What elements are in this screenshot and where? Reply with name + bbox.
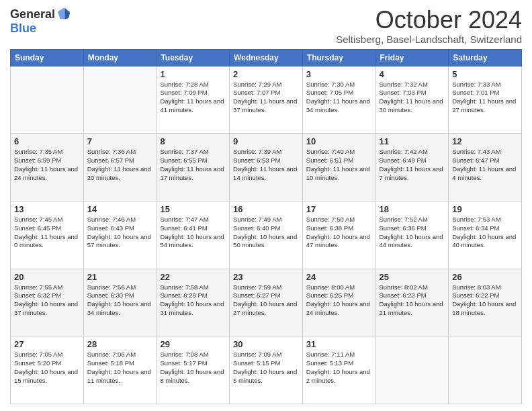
cell-day-number: 3 (306, 69, 372, 79)
cell-day-number: 24 (306, 272, 372, 282)
cell-sun-info: Sunrise: 7:05 AM Sunset: 5:20 PM Dayligh… (14, 351, 80, 385)
cell-day-number: 26 (452, 272, 518, 282)
cell-sun-info: Sunrise: 7:11 AM Sunset: 5:13 PM Dayligh… (306, 351, 372, 385)
calendar-cell: 5Sunrise: 7:33 AM Sunset: 7:01 PM Daylig… (449, 66, 522, 134)
cell-sun-info: Sunrise: 7:53 AM Sunset: 6:34 PM Dayligh… (452, 216, 518, 250)
cell-sun-info: Sunrise: 7:35 AM Sunset: 6:59 PM Dayligh… (14, 148, 80, 182)
calendar-cell (11, 66, 84, 134)
calendar-cell: 10Sunrise: 7:40 AM Sunset: 6:51 PM Dayli… (302, 134, 375, 201)
calendar-cell: 25Sunrise: 8:02 AM Sunset: 6:23 PM Dayli… (375, 269, 449, 336)
cell-sun-info: Sunrise: 7:32 AM Sunset: 7:03 PM Dayligh… (380, 81, 445, 115)
cell-sun-info: Sunrise: 7:30 AM Sunset: 7:05 PM Dayligh… (306, 81, 372, 115)
cell-sun-info: Sunrise: 8:00 AM Sunset: 6:25 PM Dayligh… (306, 283, 372, 318)
calendar-cell: 17Sunrise: 7:50 AM Sunset: 6:38 PM Dayli… (302, 201, 375, 269)
calendar-cell (375, 336, 449, 404)
week-row-2: 6Sunrise: 7:35 AM Sunset: 6:59 PM Daylig… (11, 134, 522, 201)
calendar-cell: 24Sunrise: 8:00 AM Sunset: 6:25 PM Dayli… (302, 269, 375, 336)
cell-day-number: 7 (87, 136, 153, 146)
cell-day-number: 11 (380, 136, 445, 146)
cell-day-number: 1 (160, 69, 226, 79)
cell-sun-info: Sunrise: 7:52 AM Sunset: 6:36 PM Dayligh… (380, 216, 445, 250)
calendar-cell: 13Sunrise: 7:45 AM Sunset: 6:45 PM Dayli… (11, 201, 84, 269)
cell-sun-info: Sunrise: 7:56 AM Sunset: 6:30 PM Dayligh… (87, 283, 153, 318)
cell-sun-info: Sunrise: 7:36 AM Sunset: 6:57 PM Dayligh… (87, 148, 153, 182)
month-title: October 2024 (336, 7, 522, 34)
cell-sun-info: Sunrise: 7:55 AM Sunset: 6:32 PM Dayligh… (14, 283, 80, 318)
cell-day-number: 10 (306, 136, 372, 146)
cell-day-number: 13 (14, 204, 80, 214)
calendar-cell: 11Sunrise: 7:42 AM Sunset: 6:49 PM Dayli… (375, 134, 449, 201)
cell-sun-info: Sunrise: 7:47 AM Sunset: 6:41 PM Dayligh… (160, 216, 226, 250)
cell-day-number: 30 (233, 339, 299, 349)
calendar-cell: 16Sunrise: 7:49 AM Sunset: 6:40 PM Dayli… (230, 201, 303, 269)
col-tuesday: Tuesday (157, 49, 230, 66)
calendar-cell (449, 336, 522, 404)
col-thursday: Thursday (302, 49, 375, 66)
calendar-cell: 4Sunrise: 7:32 AM Sunset: 7:03 PM Daylig… (375, 66, 449, 134)
cell-sun-info: Sunrise: 7:43 AM Sunset: 6:47 PM Dayligh… (452, 148, 518, 182)
cell-sun-info: Sunrise: 7:09 AM Sunset: 5:15 PM Dayligh… (233, 351, 299, 385)
calendar-cell: 21Sunrise: 7:56 AM Sunset: 6:30 PM Dayli… (83, 269, 157, 336)
calendar-cell: 19Sunrise: 7:53 AM Sunset: 6:34 PM Dayli… (449, 201, 522, 269)
cell-day-number: 14 (87, 204, 153, 214)
calendar-cell: 9Sunrise: 7:39 AM Sunset: 6:53 PM Daylig… (230, 134, 303, 201)
cell-day-number: 6 (14, 136, 80, 146)
col-monday: Monday (83, 49, 157, 66)
calendar-cell: 27Sunrise: 7:05 AM Sunset: 5:20 PM Dayli… (11, 336, 84, 404)
logo-blue-text: Blue (10, 21, 36, 36)
cell-day-number: 23 (233, 272, 299, 282)
logo: General Blue (10, 7, 71, 36)
cell-sun-info: Sunrise: 7:46 AM Sunset: 6:43 PM Dayligh… (87, 216, 153, 250)
cell-day-number: 28 (87, 339, 153, 349)
cell-day-number: 21 (87, 272, 153, 282)
calendar-table: Sunday Monday Tuesday Wednesday Thursday… (10, 49, 522, 404)
cell-sun-info: Sunrise: 7:45 AM Sunset: 6:45 PM Dayligh… (14, 216, 80, 250)
calendar-cell: 30Sunrise: 7:09 AM Sunset: 5:15 PM Dayli… (230, 336, 303, 404)
cell-day-number: 19 (452, 204, 518, 214)
cell-sun-info: Sunrise: 7:29 AM Sunset: 7:07 PM Dayligh… (233, 81, 299, 115)
cell-day-number: 25 (380, 272, 445, 282)
logo-general-text: General (10, 7, 55, 21)
calendar-cell: 26Sunrise: 8:03 AM Sunset: 6:22 PM Dayli… (449, 269, 522, 336)
cell-sun-info: Sunrise: 8:02 AM Sunset: 6:23 PM Dayligh… (380, 283, 445, 318)
calendar-cell: 15Sunrise: 7:47 AM Sunset: 6:41 PM Dayli… (157, 201, 230, 269)
calendar-cell: 23Sunrise: 7:59 AM Sunset: 6:27 PM Dayli… (230, 269, 303, 336)
cell-day-number: 8 (160, 136, 226, 146)
cell-day-number: 29 (160, 339, 226, 349)
calendar-cell: 28Sunrise: 7:06 AM Sunset: 5:18 PM Dayli… (83, 336, 157, 404)
calendar-cell (83, 66, 157, 134)
calendar-cell: 14Sunrise: 7:46 AM Sunset: 6:43 PM Dayli… (83, 201, 157, 269)
calendar-cell: 1Sunrise: 7:28 AM Sunset: 7:09 PM Daylig… (157, 66, 230, 134)
location-subtitle: Seltisberg, Basel-Landschaft, Switzerlan… (336, 34, 522, 45)
calendar-cell: 22Sunrise: 7:58 AM Sunset: 6:29 PM Dayli… (157, 269, 230, 336)
cell-sun-info: Sunrise: 7:59 AM Sunset: 6:27 PM Dayligh… (233, 283, 299, 318)
calendar-cell: 31Sunrise: 7:11 AM Sunset: 5:13 PM Dayli… (302, 336, 375, 404)
col-saturday: Saturday (449, 49, 522, 66)
cell-day-number: 4 (380, 69, 445, 79)
cell-sun-info: Sunrise: 8:03 AM Sunset: 6:22 PM Dayligh… (452, 283, 518, 318)
cell-day-number: 9 (233, 136, 299, 146)
calendar-cell: 7Sunrise: 7:36 AM Sunset: 6:57 PM Daylig… (83, 134, 157, 201)
week-row-1: 1Sunrise: 7:28 AM Sunset: 7:09 PM Daylig… (11, 66, 522, 134)
title-section: October 2024 Seltisberg, Basel-Landschaf… (336, 7, 522, 45)
calendar-cell: 6Sunrise: 7:35 AM Sunset: 6:59 PM Daylig… (11, 134, 84, 201)
cell-sun-info: Sunrise: 7:42 AM Sunset: 6:49 PM Dayligh… (380, 148, 445, 182)
cell-day-number: 17 (306, 204, 372, 214)
cell-sun-info: Sunrise: 7:40 AM Sunset: 6:51 PM Dayligh… (306, 148, 372, 182)
page: General Blue October 2024 Seltisberg, Ba… (0, 0, 532, 411)
cell-sun-info: Sunrise: 7:33 AM Sunset: 7:01 PM Dayligh… (452, 81, 518, 115)
cell-day-number: 27 (14, 339, 80, 349)
calendar-cell: 20Sunrise: 7:55 AM Sunset: 6:32 PM Dayli… (11, 269, 84, 336)
col-wednesday: Wednesday (230, 49, 303, 66)
cell-sun-info: Sunrise: 7:28 AM Sunset: 7:09 PM Dayligh… (160, 81, 226, 115)
cell-sun-info: Sunrise: 7:37 AM Sunset: 6:55 PM Dayligh… (160, 148, 226, 182)
cell-sun-info: Sunrise: 7:49 AM Sunset: 6:40 PM Dayligh… (233, 216, 299, 250)
cell-day-number: 2 (233, 69, 299, 79)
cell-day-number: 16 (233, 204, 299, 214)
cell-day-number: 12 (452, 136, 518, 146)
calendar-cell: 18Sunrise: 7:52 AM Sunset: 6:36 PM Dayli… (375, 201, 449, 269)
week-row-4: 20Sunrise: 7:55 AM Sunset: 6:32 PM Dayli… (11, 269, 522, 336)
week-row-5: 27Sunrise: 7:05 AM Sunset: 5:20 PM Dayli… (11, 336, 522, 404)
calendar-cell: 8Sunrise: 7:37 AM Sunset: 6:55 PM Daylig… (157, 134, 230, 201)
col-friday: Friday (375, 49, 449, 66)
